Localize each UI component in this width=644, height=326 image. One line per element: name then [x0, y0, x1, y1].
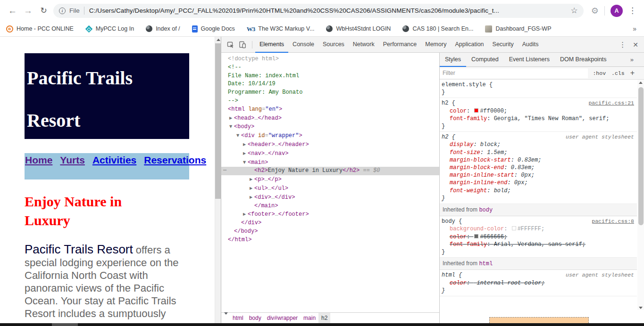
dom-node[interactable]: Date: 10/14/19: [221, 80, 439, 89]
devtools-tab-sources[interactable]: Sources: [318, 37, 349, 53]
bookmarks-overflow-icon[interactable]: »: [633, 25, 636, 33]
page-nav-link-yurts[interactable]: Yurts: [60, 155, 85, 165]
dom-node[interactable]: ▼<div id="wrapper">: [221, 131, 439, 140]
css-property[interactable]: color: #ff0000;: [442, 107, 636, 115]
breadcrumb-overflow-icon[interactable]: [224, 315, 228, 321]
page-nav-link-home[interactable]: Home: [25, 155, 52, 165]
dom-node[interactable]: ▶<header>…</header>: [221, 140, 439, 149]
dom-node[interactable]: </div>: [221, 219, 439, 228]
css-property[interactable]: margin-inline-end: 0px;: [442, 179, 636, 187]
css-property[interactable]: font-size: 1.5em;: [442, 149, 636, 156]
bookmark-item[interactable]: BHome - PCC ONLINE: [6, 25, 74, 33]
css-property[interactable]: margin-inline-start: 0px;: [442, 171, 636, 179]
devtools-tab-elements[interactable]: Elements: [255, 37, 288, 53]
dom-node-selected[interactable]: ⋯<h2>Enjoy Nature in Luxury</h2> == $0: [221, 167, 439, 175]
css-selector[interactable]: h2: [442, 134, 448, 140]
dom-node[interactable]: </html>: [221, 236, 439, 244]
dom-node[interactable]: ▶<footer>…</footer>: [221, 210, 439, 219]
toggle-pseudo-state-button[interactable]: :hov: [593, 70, 606, 76]
css-property[interactable]: color: -internal-root-color;: [442, 279, 636, 287]
breadcrumb-h2[interactable]: h2: [318, 313, 330, 323]
bookmark-item[interactable]: Dashboard_FGS-WP: [485, 25, 551, 33]
page-nav-link-reservations[interactable]: Reservations: [144, 155, 206, 165]
expand-arrow-icon[interactable]: ▶: [229, 114, 234, 122]
device-toolbar-icon[interactable]: [237, 40, 248, 50]
page-scrollbar[interactable]: [215, 37, 221, 323]
bookmark-item[interactable]: WbHst4Stdnt LOGIN: [326, 25, 391, 32]
profile-avatar[interactable]: A: [611, 5, 623, 17]
dom-node[interactable]: -->: [221, 97, 439, 106]
address-bar[interactable]: i File C:/Users/Cathy/Desktop/Amy/_PCC/_…: [53, 4, 584, 18]
inherited-node-link[interactable]: body: [479, 207, 493, 213]
dom-node[interactable]: ▼<body>: [221, 122, 439, 131]
expand-arrow-icon[interactable]: ▶: [250, 175, 254, 184]
expand-arrow-icon[interactable]: ▶: [250, 184, 254, 193]
new-style-rule-button[interactable]: +: [630, 69, 635, 77]
back-button[interactable]: ←: [5, 6, 20, 16]
browser-menu-icon[interactable]: ⋮: [628, 6, 636, 16]
bookmark-item[interactable]: MyPCC Log In: [85, 25, 134, 32]
bookmark-item[interactable]: CAS 180 | Search En...: [402, 25, 473, 32]
dom-node[interactable]: <!doctype html>: [221, 55, 439, 64]
styles-filter-input[interactable]: [440, 68, 588, 78]
css-property[interactable]: background-color: #FFFFFF;: [442, 225, 636, 233]
dom-node[interactable]: File Name: index.html: [221, 72, 439, 81]
styles-scrollbar[interactable]: [637, 80, 644, 310]
sidebar-tab-styles[interactable]: Styles: [440, 53, 466, 67]
css-property[interactable]: margin-block-end: 0.83em;: [442, 164, 636, 171]
dom-node[interactable]: ▶<ul>…</ul>: [221, 184, 439, 193]
inspect-element-icon[interactable]: [226, 40, 236, 50]
url-text[interactable]: C:/Users/Cathy/Desktop/Amy/_PCC/_FALL%20…: [89, 7, 566, 14]
page-nav-link-activities[interactable]: Activities: [92, 155, 136, 165]
sidebar-tab-computed[interactable]: Computed: [466, 53, 504, 67]
dom-node[interactable]: ▶<div>…</div>: [221, 193, 439, 202]
breadcrumb-body[interactable]: body: [246, 313, 264, 323]
collapse-arrow-icon[interactable]: ▼: [229, 122, 234, 131]
css-property[interactable]: margin-block-start: 0.83em;: [442, 156, 636, 164]
devtools-tab-memory[interactable]: Memory: [421, 37, 451, 53]
color-swatch[interactable]: [474, 108, 478, 113]
css-property[interactable]: font-family: Georgia, "Times New Roman",…: [442, 115, 636, 122]
styles-scrollbar-thumb[interactable]: [638, 87, 644, 225]
expand-arrow-icon[interactable]: ▶: [250, 193, 254, 202]
page-scrollbar-thumb[interactable]: [215, 43, 221, 199]
scroll-up-icon[interactable]: [639, 82, 643, 84]
breadcrumb-main[interactable]: main: [301, 313, 318, 323]
dom-node[interactable]: ▶<p>…</p>: [221, 175, 439, 184]
toggle-class-button[interactable]: .cls: [611, 70, 625, 76]
breadcrumb-html[interactable]: html: [230, 313, 246, 323]
devtools-tab-application[interactable]: Application: [451, 37, 488, 53]
dom-node[interactable]: Programmer: Amy Bonato: [221, 89, 439, 97]
devtools-tab-console[interactable]: Console: [288, 37, 318, 53]
dom-node[interactable]: <html lang="en">: [221, 106, 439, 114]
css-property[interactable]: font-family: Arial, Verdana, sans-serif;: [442, 241, 636, 248]
dom-node[interactable]: </main>: [221, 202, 439, 211]
css-selector[interactable]: html: [442, 272, 455, 278]
inherited-node-link[interactable]: html: [479, 261, 493, 267]
bookmark-star-icon[interactable]: ☆: [571, 6, 578, 16]
devtools-tab-security[interactable]: Security: [488, 37, 518, 53]
breadcrumb-div-wrapper[interactable]: div#wrapper: [264, 313, 301, 323]
bookmark-item[interactable]: W3The W3C Markup V...: [247, 25, 315, 33]
collapse-arrow-icon[interactable]: ▼: [236, 131, 241, 140]
devtools-tab-performance[interactable]: Performance: [379, 37, 421, 53]
bookmark-item[interactable]: Index of /: [146, 25, 180, 32]
dom-node[interactable]: ▼<main>: [221, 158, 439, 167]
color-swatch[interactable]: [474, 234, 478, 238]
collapse-arrow-icon[interactable]: ▼: [243, 158, 248, 167]
reload-button[interactable]: ↻: [36, 6, 51, 16]
dom-node[interactable]: <!--: [221, 64, 439, 72]
sidebar-tab-event-listeners[interactable]: Event Listeners: [504, 53, 555, 67]
css-selector[interactable]: body: [442, 218, 455, 225]
dom-node[interactable]: ▶<nav>…</nav>: [221, 149, 439, 158]
expand-arrow-icon[interactable]: ▶: [243, 210, 248, 219]
stylesheet-source-link[interactable]: pacific.css:21: [588, 99, 634, 107]
sidebar-tab-dom-breakpoints[interactable]: DOM Breakpoints: [555, 53, 612, 67]
stylesheet-source-link[interactable]: pacific.css:8: [592, 218, 634, 225]
scroll-down-icon[interactable]: [639, 307, 643, 309]
expand-arrow-icon[interactable]: ▶: [243, 140, 248, 149]
css-property[interactable]: font-weight: bold;: [442, 187, 636, 195]
scroll-up-icon[interactable]: [217, 39, 220, 41]
node-options-icon[interactable]: ⋯: [223, 167, 226, 175]
expand-arrow-icon[interactable]: ▶: [243, 149, 248, 158]
